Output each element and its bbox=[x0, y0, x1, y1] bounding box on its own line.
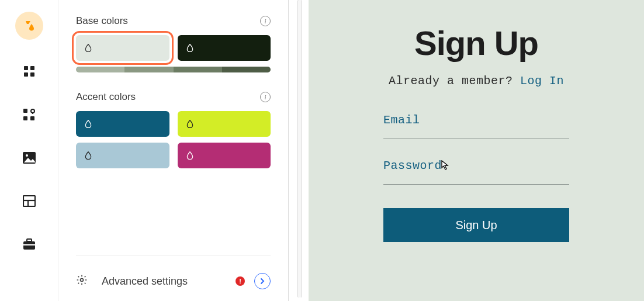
email-field[interactable]: Email bbox=[337, 113, 616, 139]
drop-icon bbox=[84, 44, 92, 52]
svg-rect-15 bbox=[23, 244, 35, 245]
nav-briefcase-icon[interactable] bbox=[18, 233, 41, 256]
svg-rect-5 bbox=[23, 116, 27, 120]
nav-image-icon[interactable] bbox=[18, 146, 41, 169]
input-underline bbox=[383, 184, 569, 185]
nav-layout-icon[interactable] bbox=[18, 189, 41, 213]
drop-icon bbox=[186, 44, 194, 52]
info-icon[interactable]: i bbox=[260, 16, 271, 26]
accent-colors-header: Accent colors i bbox=[76, 91, 271, 103]
nav-settings-grid-icon[interactable] bbox=[18, 103, 41, 126]
base-swatch-light[interactable] bbox=[76, 35, 169, 61]
login-link[interactable]: Log In bbox=[520, 74, 564, 88]
base-shade-strip bbox=[76, 67, 271, 72]
color-editor-panel: Base colors i Accent colors i bbox=[58, 0, 289, 301]
base-swatch-dark[interactable] bbox=[178, 35, 271, 61]
svg-point-6 bbox=[31, 109, 34, 113]
accent-colors-label: Accent colors bbox=[76, 91, 136, 103]
signup-button-label: Sign Up bbox=[455, 219, 497, 232]
accent-swatch-lightblue[interactable] bbox=[76, 143, 169, 168]
svg-rect-0 bbox=[24, 66, 28, 70]
info-icon[interactable]: i bbox=[260, 92, 271, 102]
drop-icon bbox=[186, 151, 194, 160]
input-underline bbox=[383, 139, 569, 139]
gear-icon bbox=[76, 274, 88, 288]
chevron-right-icon[interactable] bbox=[254, 273, 271, 289]
svg-point-9 bbox=[26, 154, 28, 157]
drop-icon bbox=[84, 151, 92, 160]
left-nav-rail bbox=[0, 0, 58, 301]
svg-rect-4 bbox=[23, 109, 27, 113]
email-label: Email bbox=[383, 113, 569, 127]
accent-swatch-lime[interactable] bbox=[178, 111, 271, 137]
accent-swatch-teal[interactable] bbox=[76, 111, 169, 137]
svg-rect-14 bbox=[27, 239, 32, 241]
svg-rect-1 bbox=[30, 66, 34, 70]
base-colors-header: Base colors i bbox=[76, 15, 271, 27]
signup-button[interactable]: Sign Up bbox=[383, 208, 569, 242]
warning-icon: ! bbox=[236, 276, 245, 286]
password-field[interactable]: Password bbox=[337, 159, 616, 185]
svg-rect-3 bbox=[30, 72, 34, 77]
accent-swatch-row-2 bbox=[76, 143, 271, 168]
preview-pane: Sign Up Already a member? Log In Email P… bbox=[289, 0, 644, 301]
base-swatch-row bbox=[76, 35, 271, 61]
accent-swatch-row-1 bbox=[76, 111, 271, 137]
signup-heading: Sign Up bbox=[337, 23, 616, 63]
advanced-settings-row[interactable]: Advanced settings ! bbox=[76, 255, 271, 289]
nav-theme-icon[interactable] bbox=[15, 12, 43, 40]
svg-rect-2 bbox=[24, 72, 28, 77]
signup-form-preview: Sign Up Already a member? Log In Email P… bbox=[309, 0, 644, 301]
member-text: Already a member? bbox=[389, 74, 520, 88]
drop-icon bbox=[186, 120, 194, 128]
advanced-settings-label: Advanced settings bbox=[102, 275, 226, 288]
page-edge-decoration bbox=[297, 0, 302, 297]
svg-point-16 bbox=[81, 279, 84, 282]
accent-swatch-magenta[interactable] bbox=[178, 143, 271, 168]
member-subtext: Already a member? Log In bbox=[337, 74, 616, 88]
svg-rect-7 bbox=[30, 116, 34, 120]
nav-apps-icon[interactable] bbox=[18, 60, 41, 83]
base-colors-label: Base colors bbox=[76, 15, 128, 27]
password-label: Password bbox=[383, 159, 569, 172]
drop-icon bbox=[84, 120, 92, 128]
